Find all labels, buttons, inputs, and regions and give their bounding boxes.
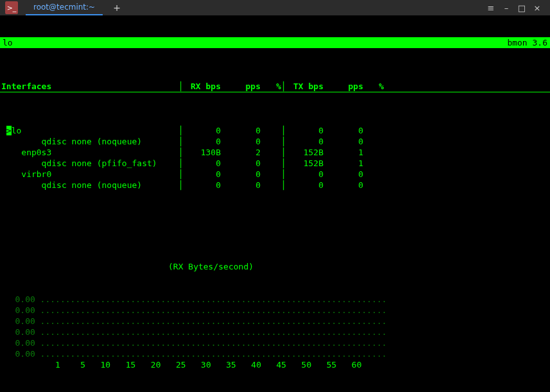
cell-rx: 0 bbox=[184, 180, 223, 191]
col-header-pps: pps bbox=[326, 81, 366, 92]
interfaces-header: Interfaces │ RX bps pps % │ TX bps pps % bbox=[0, 81, 550, 92]
cell-pps1: 0 bbox=[223, 136, 263, 147]
col-header-pps: pps bbox=[223, 81, 263, 92]
terminal-app-icon: >_ bbox=[5, 1, 18, 14]
cell-pps2: 0 bbox=[326, 125, 366, 136]
cell-pps1: 2 bbox=[223, 147, 263, 158]
interface-name: qdisc none (noqueue) bbox=[0, 180, 178, 191]
selected-interface-name: lo bbox=[3, 37, 13, 48]
cell-rx: 0 bbox=[184, 136, 223, 147]
cell-tx: 0 bbox=[286, 125, 326, 136]
col-header-name: Interfaces bbox=[0, 81, 178, 92]
rx-graph: 0.00 ...................................… bbox=[0, 294, 550, 370]
col-header-pct: % bbox=[263, 81, 281, 92]
graph-row: 0.00 ...................................… bbox=[0, 337, 550, 348]
interface-row[interactable]: >lo│00│00 bbox=[0, 125, 550, 136]
interfaces-list[interactable]: >lo│00│00 qdisc none (noqueue)│00│00 enp… bbox=[0, 125, 550, 191]
cell-tx: 152B bbox=[286, 147, 326, 158]
col-header-pct: % bbox=[366, 81, 384, 92]
col-header-rx-bps: RX bps bbox=[184, 81, 223, 92]
interface-name: qdisc none (noqueue) bbox=[0, 136, 178, 147]
cell-pps1: 0 bbox=[223, 125, 263, 136]
graph-row: 0.00 ...................................… bbox=[0, 327, 550, 337]
cell-tx: 152B bbox=[286, 158, 326, 169]
cell-tx: 0 bbox=[286, 136, 326, 147]
cell-pps2: 0 bbox=[326, 180, 366, 191]
cell-rx: 0 bbox=[184, 158, 223, 169]
interface-name: virbr0 bbox=[0, 169, 178, 180]
cell-pps2: 0 bbox=[326, 136, 366, 147]
cell-rx: 0 bbox=[184, 169, 223, 180]
menu-icon[interactable]: ≡ bbox=[483, 3, 499, 13]
interface-row[interactable]: qdisc none (pfifo_fast)│00│152B1 bbox=[0, 158, 550, 169]
minimize-button[interactable]: – bbox=[499, 3, 514, 13]
interface-row[interactable]: enp0s3│130B2│152B1 bbox=[0, 147, 550, 158]
terminal-output[interactable]: lo bmon 3.6 Interfaces │ RX bps pps % │ … bbox=[0, 15, 550, 392]
interface-row[interactable]: qdisc none (noqueue)│00│00 bbox=[0, 180, 550, 191]
interface-row[interactable]: virbr0│00│00 bbox=[0, 169, 550, 180]
cell-pps1: 0 bbox=[223, 180, 263, 191]
graph-x-axis: 1 5 10 15 20 25 30 35 40 45 50 55 60 bbox=[0, 359, 550, 370]
interface-name: >lo bbox=[0, 125, 178, 136]
cell-pps2: 0 bbox=[326, 169, 366, 180]
graph-row: 0.00 ...................................… bbox=[0, 294, 550, 305]
interface-name: enp0s3 bbox=[0, 147, 178, 158]
bmon-top-status: lo bmon 3.6 bbox=[0, 37, 550, 48]
col-header-tx-bps: TX bps bbox=[286, 81, 326, 92]
cell-rx: 0 bbox=[184, 125, 223, 136]
terminal-tab[interactable]: root@tecmint:~ bbox=[26, 0, 103, 15]
cell-pps2: 1 bbox=[326, 147, 366, 158]
cell-tx: 0 bbox=[286, 169, 326, 180]
new-tab-button[interactable]: + bbox=[113, 3, 121, 13]
maximize-button[interactable]: □ bbox=[514, 3, 529, 13]
cell-rx: 130B bbox=[184, 147, 223, 158]
cell-tx: 0 bbox=[286, 180, 326, 191]
cell-pps2: 1 bbox=[326, 158, 366, 169]
graph-row: 0.00 ...................................… bbox=[0, 305, 550, 316]
graph-row: 0.00 ...................................… bbox=[0, 316, 550, 327]
graph-row: 0.00 ...................................… bbox=[0, 348, 550, 359]
titlebar: >_ root@tecmint:~ + ≡ – □ × bbox=[0, 0, 550, 15]
terminal-window: >_ root@tecmint:~ + ≡ – □ × lo bmon 3.6 … bbox=[0, 0, 550, 392]
bmon-version: bmon 3.6 bbox=[507, 37, 547, 48]
close-button[interactable]: × bbox=[529, 3, 545, 13]
interface-name: qdisc none (pfifo_fast) bbox=[0, 158, 178, 169]
rx-graph-title: (RX Bytes/second) bbox=[0, 261, 550, 272]
cell-pps1: 0 bbox=[223, 169, 263, 180]
cell-pps1: 0 bbox=[223, 158, 263, 169]
interface-row[interactable]: qdisc none (noqueue)│00│00 bbox=[0, 136, 550, 147]
